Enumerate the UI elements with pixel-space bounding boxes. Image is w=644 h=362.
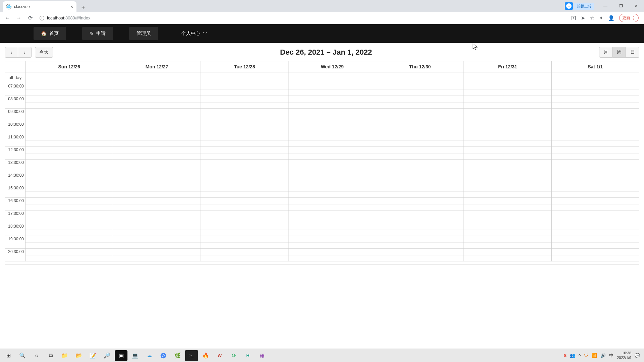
taskbar-app[interactable]: 📁 <box>58 350 71 361</box>
time-slot[interactable] <box>201 121 288 134</box>
time-slot[interactable] <box>25 147 113 160</box>
allday-cell[interactable] <box>201 72 288 83</box>
time-slot[interactable] <box>25 249 113 261</box>
time-slot[interactable] <box>288 236 376 249</box>
time-slot[interactable] <box>113 223 200 236</box>
time-slot[interactable] <box>113 185 200 198</box>
day-header[interactable]: Tue 12/28 <box>201 61 288 72</box>
new-tab-button[interactable]: + <box>78 3 88 12</box>
nav-home[interactable]: 🏠 首页 <box>34 27 66 40</box>
day-header[interactable]: Sat 1/1 <box>551 61 639 72</box>
key-icon[interactable]: ⚿ <box>571 15 576 21</box>
time-slot[interactable] <box>464 236 551 249</box>
cortana-button[interactable]: ○ <box>30 350 43 361</box>
taskbar-app[interactable]: ☁ <box>143 350 156 361</box>
time-slot[interactable] <box>376 109 464 121</box>
time-slot[interactable] <box>288 185 376 198</box>
day-column[interactable] <box>25 83 113 261</box>
day-column[interactable] <box>464 83 551 261</box>
time-slot[interactable] <box>376 223 464 236</box>
time-slot[interactable] <box>288 210 376 223</box>
time-slot[interactable] <box>201 236 288 249</box>
time-slot[interactable] <box>464 249 551 261</box>
time-slot[interactable] <box>552 185 639 198</box>
time-slot[interactable] <box>201 172 288 185</box>
taskbar-app[interactable]: ⟳ <box>227 350 240 361</box>
time-slot[interactable] <box>288 147 376 160</box>
day-column[interactable] <box>551 83 639 261</box>
start-button[interactable]: ⊞ <box>2 350 15 361</box>
time-slot[interactable] <box>552 210 639 223</box>
time-slot[interactable] <box>376 185 464 198</box>
time-slot[interactable] <box>376 134 464 147</box>
time-slot[interactable] <box>464 147 551 160</box>
maximize-button[interactable]: ❐ <box>613 1 629 11</box>
address-bar[interactable]: i localhost:8080/#/index <box>37 15 569 20</box>
taskbar-app[interactable]: 🔥 <box>199 350 212 361</box>
time-slot[interactable] <box>552 160 639 172</box>
time-slot[interactable] <box>376 83 464 96</box>
allday-cell[interactable] <box>113 72 200 83</box>
day-header[interactable]: Mon 12/27 <box>113 61 200 72</box>
tray-security-icon[interactable]: 🛡 <box>584 353 588 358</box>
time-slot[interactable] <box>113 249 200 261</box>
time-slot[interactable] <box>376 121 464 134</box>
taskbar-app[interactable]: H <box>241 350 254 361</box>
time-slot[interactable] <box>376 198 464 210</box>
taskbar-app[interactable]: ▦ <box>256 350 268 361</box>
time-slot[interactable] <box>464 134 551 147</box>
prev-button[interactable]: ‹ <box>5 47 18 58</box>
time-slot[interactable] <box>113 96 200 109</box>
time-slot[interactable] <box>464 96 551 109</box>
cloud-upload-badge[interactable]: ∞ <box>565 2 573 10</box>
profile-icon[interactable]: 👤 <box>608 15 614 21</box>
time-slot[interactable] <box>25 236 113 249</box>
view-day-button[interactable]: 日 <box>626 47 639 58</box>
close-tab-icon[interactable]: × <box>70 4 73 9</box>
time-slot[interactable] <box>464 172 551 185</box>
tray-ime-icon[interactable]: 中 <box>609 353 613 359</box>
time-slot[interactable] <box>552 134 639 147</box>
taskbar-chrome[interactable] <box>157 350 170 361</box>
site-info-icon[interactable]: i <box>40 16 44 20</box>
search-button[interactable]: 🔍 <box>16 350 29 361</box>
taskbar-app[interactable]: 🌿 <box>171 350 184 361</box>
allday-cell[interactable] <box>376 72 464 83</box>
time-slot[interactable] <box>113 121 200 134</box>
day-header[interactable]: Sun 12/26 <box>25 61 113 72</box>
allday-cell[interactable] <box>464 72 551 83</box>
taskbar-app[interactable]: 💻 <box>129 350 142 361</box>
time-slot[interactable] <box>113 147 200 160</box>
time-slot[interactable] <box>376 147 464 160</box>
nav-profile[interactable]: 个人中心 ﹀ <box>174 27 215 40</box>
update-button[interactable]: 更新⋮ <box>619 14 639 22</box>
taskbar-app[interactable]: 📝 <box>87 350 99 361</box>
allday-cell[interactable] <box>551 72 639 83</box>
time-slot[interactable] <box>25 160 113 172</box>
view-month-button[interactable]: 月 <box>599 47 612 58</box>
time-slot[interactable] <box>288 121 376 134</box>
time-slot[interactable] <box>201 147 288 160</box>
time-slot[interactable] <box>552 109 639 121</box>
taskbar-clock[interactable]: 10:38 2022/1/9 <box>617 351 631 360</box>
nav-apply[interactable]: ✎ 申请 <box>82 27 113 40</box>
time-slot[interactable] <box>25 198 113 210</box>
nav-admin[interactable]: 管理员 <box>129 27 158 40</box>
time-slot[interactable] <box>113 109 200 121</box>
time-slot[interactable] <box>376 236 464 249</box>
time-slot[interactable] <box>201 210 288 223</box>
time-slot[interactable] <box>552 147 639 160</box>
time-slot[interactable] <box>552 172 639 185</box>
time-slot[interactable] <box>376 96 464 109</box>
day-header[interactable]: Fri 12/31 <box>464 61 551 72</box>
time-slot[interactable] <box>464 160 551 172</box>
next-button[interactable]: › <box>18 47 32 58</box>
tray-people-icon[interactable]: 👥 <box>570 353 575 358</box>
time-slot[interactable] <box>464 210 551 223</box>
view-week-button[interactable]: 周 <box>612 47 626 58</box>
time-slot[interactable] <box>376 249 464 261</box>
today-button[interactable]: 今天 <box>35 47 53 58</box>
time-slot[interactable] <box>552 223 639 236</box>
time-slot[interactable] <box>288 172 376 185</box>
time-slot[interactable] <box>113 160 200 172</box>
